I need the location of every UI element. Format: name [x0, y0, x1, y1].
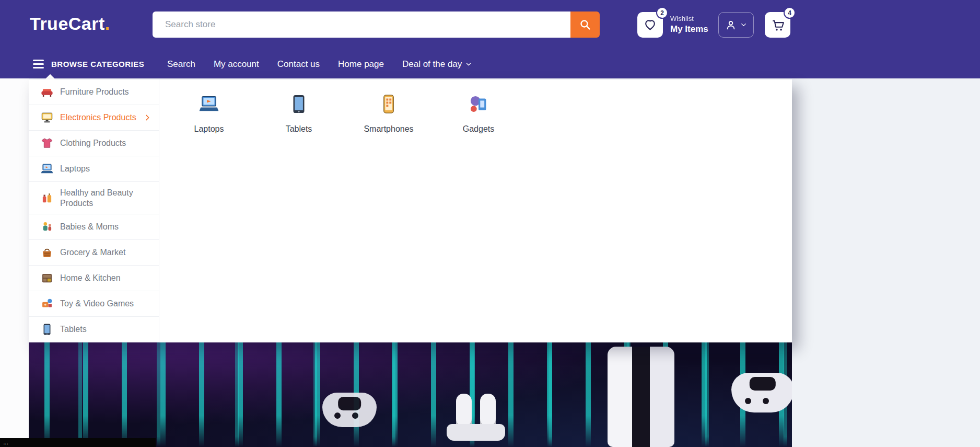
subcategories-panel: Laptops Tablets Smartphones Gadgets: [159, 79, 792, 342]
heart-icon: [644, 18, 657, 31]
wishlist-button[interactable]: 2: [637, 12, 663, 38]
cart-button[interactable]: 4: [765, 12, 790, 38]
account-button[interactable]: [718, 12, 754, 38]
kitchen-icon: [40, 271, 54, 285]
cart-wrap: 4: [765, 12, 790, 38]
laptop-icon: [40, 162, 54, 176]
category-furniture-products[interactable]: Furniture Products: [29, 79, 159, 105]
gadgets-icon: [468, 93, 489, 115]
category-toy-and-video-games[interactable]: Toy & Video Games: [29, 291, 159, 317]
search-bar: [153, 12, 600, 38]
tablet-icon: [40, 323, 54, 336]
categories-sidebar: Furniture Products Electronics Products …: [29, 79, 159, 342]
controller-right: [731, 373, 792, 412]
electronics-icon: [40, 111, 54, 124]
furniture-icon: [40, 85, 54, 99]
browse-categories-label: BROWSE CATEGORIES: [51, 60, 144, 68]
category-laptops[interactable]: Laptops: [29, 156, 159, 182]
grocery-icon: [40, 246, 54, 259]
hamburger-icon: [33, 60, 44, 68]
category-home-and-kitchen[interactable]: Home & Kitchen: [29, 266, 159, 291]
nav-search[interactable]: Search: [167, 59, 195, 70]
dock-base: [447, 424, 505, 441]
chevron-down-icon: [465, 61, 472, 68]
nav-deal-label: Deal of the day: [402, 59, 462, 70]
main-nav: Search My account Contact us Home page D…: [167, 50, 472, 78]
wishlist-label-bottom: My Items: [670, 24, 708, 35]
baby-icon: [40, 220, 54, 234]
category-tablets[interactable]: Tablets: [29, 317, 159, 342]
wishlist-label[interactable]: Wishlist My Items: [670, 15, 708, 35]
subcategory-tablets[interactable]: Tablets: [265, 93, 333, 134]
nav-home-page[interactable]: Home page: [338, 59, 384, 70]
clothing-icon: [40, 136, 54, 150]
wishlist-group: 2 Wishlist My Items: [637, 12, 708, 38]
tablet-icon: [288, 93, 310, 115]
user-icon: [725, 19, 737, 31]
game-console: [608, 347, 674, 447]
site-header: TrueCart. 2 Wishlist My Items 4 BROWSE C…: [0, 0, 980, 78]
chevron-down-icon: [740, 21, 748, 29]
chevron-right-icon: [143, 113, 151, 122]
category-grocery-and-market[interactable]: Grocery & Market: [29, 240, 159, 266]
page-background-strip: [0, 78, 29, 447]
toys-icon: [40, 297, 54, 311]
nav-deal-of-the-day[interactable]: Deal of the day: [402, 59, 472, 70]
category-clothing-products[interactable]: Clothing Products: [29, 131, 159, 156]
categories-megamenu: Furniture Products Electronics Products …: [29, 79, 792, 342]
subcategory-laptops[interactable]: Laptops: [175, 93, 243, 134]
cart-badge: 4: [784, 7, 796, 19]
beauty-icon: [40, 191, 54, 205]
search-button[interactable]: [570, 12, 600, 38]
wishlist-label-top: Wishlist: [670, 15, 708, 24]
smartphone-icon: [378, 93, 400, 115]
category-babies-and-moms[interactable]: Babies & Moms: [29, 214, 159, 240]
cart-icon: [771, 18, 785, 32]
category-electronics-products[interactable]: Electronics Products: [29, 105, 159, 131]
wishlist-badge: 2: [656, 7, 668, 19]
subcategory-smartphones[interactable]: Smartphones: [355, 93, 423, 134]
brand-name: TrueCart: [30, 14, 105, 33]
search-icon: [579, 18, 591, 31]
controller-left: [322, 393, 377, 427]
link-status-bar: …: [0, 438, 156, 447]
charging-dock: [447, 394, 505, 441]
brand-dot: .: [105, 14, 110, 33]
search-input[interactable]: [153, 12, 570, 38]
hero-banner[interactable]: [29, 342, 792, 447]
laptop-icon: [198, 93, 220, 115]
nav-contact-us[interactable]: Contact us: [277, 59, 320, 70]
hero-stripes-alt: [29, 342, 792, 447]
header-nav: BROWSE CATEGORIES Search My account Cont…: [0, 50, 980, 78]
subcategory-gadgets[interactable]: Gadgets: [445, 93, 512, 134]
brand-logo[interactable]: TrueCart.: [30, 14, 110, 34]
category-healthy-and-beauty-products[interactable]: Healthy and Beauty Products: [29, 182, 159, 214]
nav-my-account[interactable]: My account: [214, 59, 259, 70]
